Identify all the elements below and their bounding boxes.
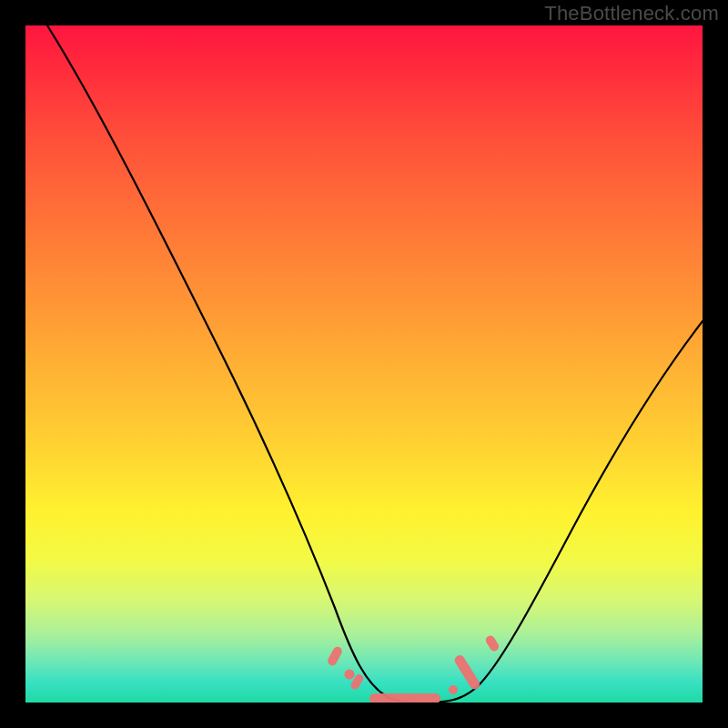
svg-rect-6 (484, 634, 500, 653)
curve-path (47, 25, 703, 703)
watermark-text: TheBottleneck.com (544, 2, 719, 25)
svg-rect-0 (326, 645, 343, 667)
svg-point-1 (345, 670, 355, 680)
chart-frame (18, 18, 710, 710)
svg-point-4 (449, 685, 458, 694)
bottleneck-curve (25, 25, 703, 703)
curve-markers (326, 634, 500, 703)
svg-rect-3 (369, 693, 440, 703)
chart-plot-area (25, 25, 703, 703)
svg-rect-5 (453, 653, 482, 691)
